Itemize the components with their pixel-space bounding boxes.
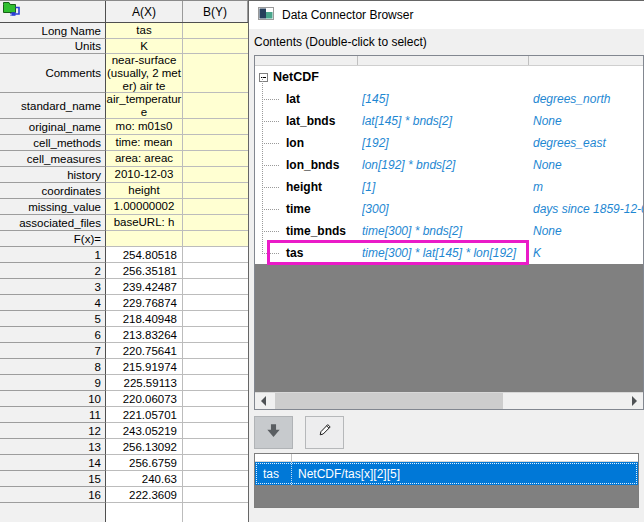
cell-b[interactable] — [183, 119, 248, 135]
cell-b[interactable] — [183, 183, 248, 199]
cell-a[interactable]: time: mean — [106, 135, 183, 151]
row-number-cell[interactable]: 5 — [0, 311, 106, 327]
row-header-cell[interactable]: missing_value — [0, 199, 106, 215]
cell-b[interactable] — [183, 375, 248, 391]
cell-b[interactable] — [183, 247, 248, 263]
cell-a[interactable]: 220.75641 — [106, 343, 183, 359]
tree-item-lat_bnds[interactable]: lat_bndslat[145] * bnds[2]None — [255, 110, 643, 132]
row-header-cell[interactable]: Units — [0, 39, 106, 54]
cell-b[interactable] — [183, 295, 248, 311]
column-header-b[interactable]: B(Y) — [183, 1, 248, 22]
cell-b[interactable] — [183, 151, 248, 167]
row-number-cell[interactable]: 14 — [0, 455, 106, 471]
row-header-cell[interactable]: coordinates — [0, 183, 106, 199]
row-header-cell[interactable]: cell_methods — [0, 135, 106, 151]
selected-variable-row[interactable]: tas NetCDF/tas[x][2][5] — [255, 462, 638, 485]
cell-b[interactable] — [183, 423, 248, 439]
row-number-cell[interactable]: 16 — [0, 487, 106, 503]
tree-item-time[interactable]: time[300]days since 1859-12-0 — [255, 198, 643, 220]
row-number-cell[interactable]: 8 — [0, 359, 106, 375]
row-number-cell[interactable]: 3 — [0, 279, 106, 295]
row-number-cell[interactable]: 6 — [0, 327, 106, 343]
cell-b[interactable] — [183, 263, 248, 279]
row-number-cell[interactable]: 12 — [0, 423, 106, 439]
cell-b[interactable] — [183, 487, 248, 503]
cell-b[interactable] — [183, 343, 248, 359]
cell-a[interactable]: K — [106, 39, 183, 54]
cell-b[interactable] — [183, 54, 248, 93]
cell-a[interactable]: 225.59113 — [106, 375, 183, 391]
row-number-cell[interactable]: 2 — [0, 263, 106, 279]
tree-item-time_bnds[interactable]: time_bndstime[300] * bnds[2]None — [255, 220, 643, 242]
cell-b[interactable] — [183, 167, 248, 183]
cell-a[interactable]: 239.42487 — [106, 279, 183, 295]
dialog-titlebar[interactable]: Data Connector Browser — [249, 1, 644, 29]
cell-b[interactable] — [183, 407, 248, 423]
cell-b[interactable] — [183, 39, 248, 54]
row-header-cell[interactable]: Comments — [0, 54, 106, 93]
row-number-cell[interactable]: 10 — [0, 391, 106, 407]
cell-b[interactable] — [183, 455, 248, 471]
cell-a[interactable]: height — [106, 183, 183, 199]
cell-b[interactable] — [183, 311, 248, 327]
cell-a[interactable]: tas — [106, 23, 183, 39]
cell-a[interactable]: 218.40948 — [106, 311, 183, 327]
cell-a[interactable]: 256.35181 — [106, 263, 183, 279]
cell-b[interactable] — [183, 279, 248, 295]
cell-b[interactable] — [183, 471, 248, 487]
row-header-cell[interactable]: original_name — [0, 119, 106, 135]
cell-a[interactable]: 215.91974 — [106, 359, 183, 375]
scroll-thumb[interactable] — [275, 393, 503, 410]
row-number-cell[interactable]: 15 — [0, 471, 106, 487]
cell-a[interactable]: 256.6759 — [106, 455, 183, 471]
row-number-cell[interactable]: 9 — [0, 375, 106, 391]
cell-b[interactable] — [183, 135, 248, 151]
cell-b[interactable] — [183, 199, 248, 215]
tree-item-lon[interactable]: lon[192]degrees_east — [255, 132, 643, 154]
row-number-cell[interactable]: 4 — [0, 295, 106, 311]
cell-b[interactable] — [183, 93, 248, 119]
worksheet-corner-cell[interactable] — [0, 1, 106, 22]
cell-b[interactable] — [183, 391, 248, 407]
cell-a[interactable]: near-surface (usually, 2 meter) air te — [106, 54, 183, 93]
cell-b[interactable] — [183, 231, 248, 247]
cell-a[interactable]: 220.06073 — [106, 391, 183, 407]
cell-a[interactable]: 1.00000002 — [106, 199, 183, 215]
cell[interactable] — [183, 503, 248, 522]
tree-item-height[interactable]: height[1]m — [255, 176, 643, 198]
cell-a[interactable]: area: areac — [106, 151, 183, 167]
row-number-cell[interactable]: 7 — [0, 343, 106, 359]
cell-b[interactable] — [183, 215, 248, 231]
cell-b[interactable] — [183, 439, 248, 455]
row-number-cell[interactable]: 13 — [0, 439, 106, 455]
edit-selection-button[interactable] — [305, 416, 344, 449]
cell-b[interactable] — [183, 327, 248, 343]
cell[interactable] — [106, 503, 183, 522]
row-header-cell[interactable]: history — [0, 167, 106, 183]
cell-a[interactable]: 2010-12-03 — [106, 167, 183, 183]
scroll-track[interactable] — [272, 393, 626, 410]
cell-a[interactable]: 213.83264 — [106, 327, 183, 343]
cell-a[interactable]: mo: m01s0 — [106, 119, 183, 135]
cell-a[interactable]: air_temperature — [106, 93, 183, 119]
cell-a[interactable] — [106, 231, 183, 247]
cell-b[interactable] — [183, 23, 248, 39]
cell-a[interactable]: 240.63 — [106, 471, 183, 487]
row-header-cell[interactable]: F(x)= — [0, 231, 106, 247]
cell-a[interactable]: 254.80518 — [106, 247, 183, 263]
row-header-cell[interactable] — [0, 503, 106, 522]
row-header-cell[interactable]: Long Name — [0, 23, 106, 39]
row-number-cell[interactable]: 1 — [0, 247, 106, 263]
cell-a[interactable]: 222.3609 — [106, 487, 183, 503]
row-header-cell[interactable]: associated_files — [0, 215, 106, 231]
cell-b[interactable] — [183, 359, 248, 375]
cell-a[interactable]: 229.76874 — [106, 295, 183, 311]
scroll-left-arrow[interactable] — [255, 393, 272, 410]
add-selection-button[interactable] — [254, 416, 293, 449]
scroll-right-arrow[interactable] — [626, 393, 643, 410]
column-header-a[interactable]: A(X) — [106, 1, 183, 22]
tree-root-node[interactable]: NetCDF — [255, 66, 643, 88]
cell-a[interactable]: 243.05219 — [106, 423, 183, 439]
cell-a[interactable]: 221.05701 — [106, 407, 183, 423]
tree-horizontal-scrollbar[interactable] — [255, 392, 643, 409]
